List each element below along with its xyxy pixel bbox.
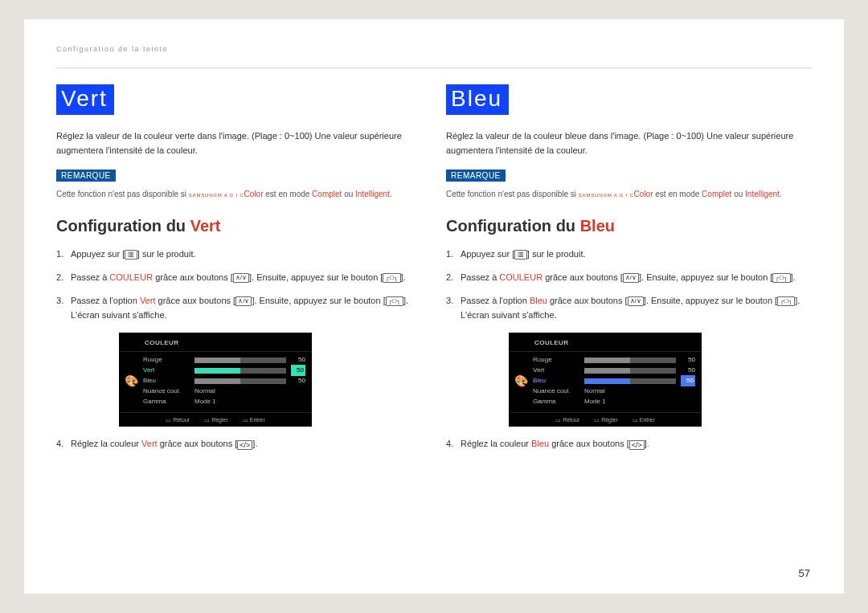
enter-icon: ┌□┐ <box>777 296 795 306</box>
mode-intelligent: Intelligent <box>355 190 390 198</box>
step-4: Réglez la couleur Bleu grâce aux boutons… <box>446 436 812 452</box>
step-1: Appuyez sur [▥] sur le produit. <box>446 247 812 262</box>
palette-icon: 🎨 <box>509 352 533 412</box>
section-title-bleu: Bleu <box>446 84 509 115</box>
step-1: Appuyez sur [▥] sur le produit. <box>56 247 422 262</box>
note-badge: REMARQUE <box>56 170 116 182</box>
leftright-icon: </> <box>629 440 645 450</box>
note-text-vert: Cette fonction n'est pas disponible si S… <box>56 188 422 201</box>
column-bleu: Bleu Réglez la valeur de la couleur bleu… <box>446 84 812 460</box>
enter-icon: ┌□┐ <box>386 296 403 306</box>
description-vert: Réglez la valeur de la couleur verte dan… <box>56 129 422 157</box>
description-bleu: Réglez la valeur de la couleur bleue dan… <box>446 129 812 157</box>
updown-icon: ∧/∨ <box>233 273 249 283</box>
updown-icon: ∧/∨ <box>235 296 252 306</box>
enter-icon: ┌□┐ <box>383 273 400 283</box>
osd-footer: Retour Régler Entrer <box>509 412 702 427</box>
leftright-icon: </> <box>237 440 252 450</box>
couleur-word: COULEUR <box>109 272 153 282</box>
menu-icon: ▥ <box>125 250 137 260</box>
breadcrumb: Configuration de la teinte <box>56 45 812 53</box>
step-2: Passez à COULEUR grâce aux boutons [∧/∨]… <box>56 270 422 285</box>
heading-config-bleu: Configuration du Bleu <box>446 217 812 235</box>
osd-screenshot-vert: COULEUR 🎨 Rouge50 Vert50 Bleu50 Nuance c… <box>119 333 312 427</box>
menu-icon: ▥ <box>514 250 527 260</box>
column-vert: Vert Réglez la valeur de la couleur vert… <box>56 84 422 460</box>
section-title-vert: Vert <box>56 84 114 115</box>
step-3: Passez à l'option Bleu grâce aux boutons… <box>446 293 812 427</box>
updown-icon: ∧/∨ <box>623 273 639 283</box>
page-number: 57 <box>799 567 810 579</box>
steps-vert: Appuyez sur [▥] sur le produit. Passez à… <box>56 247 422 452</box>
enter-icon: ┌□┐ <box>772 273 790 283</box>
step-2: Passez à COULEUR grâce aux boutons [∧/∨]… <box>446 270 812 285</box>
updown-icon: ∧/∨ <box>628 296 644 306</box>
note-prefix: Cette fonction n'est pas disponible si <box>56 190 189 198</box>
osd-footer: Retour Régler Entrer <box>119 412 312 427</box>
osd-screenshot-bleu: COULEUR 🎨 Rouge50 Vert50 Bleu50 Nuance c… <box>509 333 702 427</box>
note-text-bleu: Cette fonction n'est pas disponible si S… <box>446 188 812 201</box>
magic-logo: SAMSUNGM A G I CColor <box>189 190 264 198</box>
magic-logo: SAMSUNGM A G I CColor <box>579 190 653 198</box>
step-4: Réglez la couleur Vert grâce aux boutons… <box>56 436 422 452</box>
manual-page: Configuration de la teinte Vert Réglez l… <box>24 19 844 594</box>
mode-complet: Complet <box>312 190 342 198</box>
palette-icon: 🎨 <box>119 352 143 412</box>
heading-config-vert: Configuration du Vert <box>56 217 422 235</box>
step-3: Passez à l'option Vert grâce aux boutons… <box>56 293 422 427</box>
note-badge: REMARQUE <box>446 170 506 182</box>
two-column-layout: Vert Réglez la valeur de la couleur vert… <box>56 84 812 460</box>
osd-title: COULEUR <box>119 336 312 352</box>
divider <box>56 67 812 68</box>
osd-title: COULEUR <box>509 336 702 352</box>
steps-bleu: Appuyez sur [▥] sur le produit. Passez à… <box>446 247 812 452</box>
